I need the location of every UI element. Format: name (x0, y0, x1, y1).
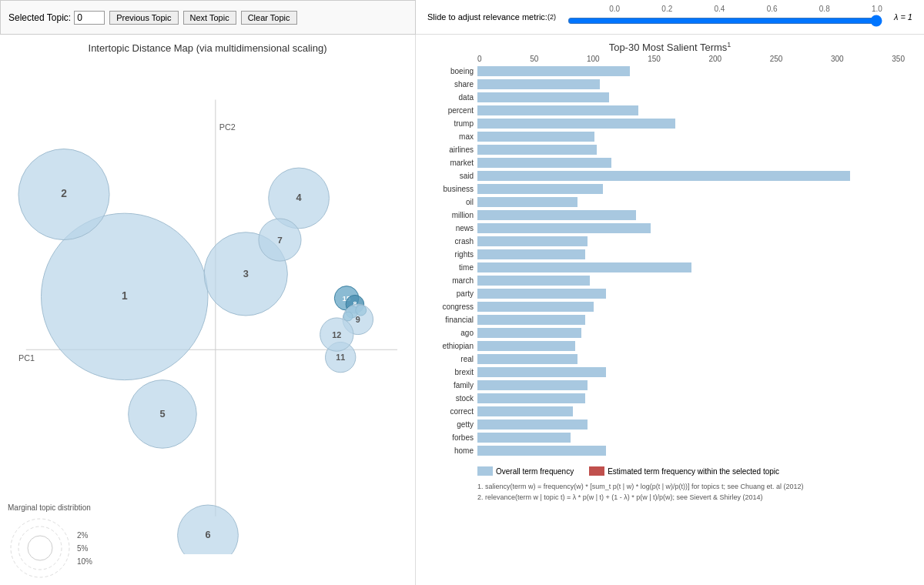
x-tick: 150 (648, 55, 661, 63)
svg-point-3 (18, 526, 62, 570)
bar-row: rights (477, 249, 905, 260)
svg-point-4 (28, 536, 52, 560)
relevance-slider[interactable] (567, 15, 882, 27)
term-label: airlines (427, 145, 477, 154)
tick-1: 0.2 (661, 5, 672, 13)
bar-overall (477, 380, 588, 390)
bar-wrapper (477, 446, 905, 456)
term-label: stock (427, 394, 477, 403)
bar-overall (477, 420, 588, 430)
bar-row: ago (477, 327, 905, 339)
term-label: ago (427, 329, 477, 337)
bars-container: boeingsharedatapercenttrumpmaxairlinesma… (477, 65, 905, 456)
bar-wrapper (477, 406, 905, 416)
term-label: real (427, 355, 477, 363)
bubble-label-2: 2 (61, 188, 67, 199)
term-label: forbes (427, 433, 477, 442)
bar-wrapper (477, 433, 905, 443)
bar-overall (477, 119, 675, 129)
clear-topic-button[interactable]: Clear Topic (241, 11, 297, 25)
bar-row: business (477, 183, 905, 195)
bar-overall (477, 66, 630, 76)
marginal-area: Marginal topic distribtion 2% 5% 10% (8, 503, 146, 581)
bar-overall (477, 236, 588, 246)
bar-overall (477, 197, 578, 207)
bar-row: getty (477, 419, 905, 430)
pie-chart (8, 516, 73, 581)
bubble-label-7: 7 (277, 235, 283, 246)
term-label: home (427, 446, 477, 455)
term-label: trump (427, 119, 477, 128)
bar-wrapper (477, 341, 905, 351)
pc2-label: PC2 (219, 122, 236, 132)
footnotes: 1. saliency(term w) = frequency(w) * [su… (477, 482, 916, 503)
bar-overall (477, 132, 594, 142)
bar-wrapper (477, 223, 905, 233)
x-tick: 0 (477, 55, 482, 63)
chart-title: Top-30 Most Salient Terms1 (424, 35, 916, 55)
legend-overall-color (477, 466, 493, 476)
bar-overall (477, 262, 691, 272)
bubble-label-4: 4 (296, 192, 303, 203)
bar-wrapper (477, 354, 905, 364)
x-tick: 50 (530, 55, 538, 63)
bar-overall (477, 79, 600, 89)
bar-wrapper (477, 302, 905, 312)
term-label: share (427, 80, 477, 89)
bar-overall (477, 406, 573, 416)
bar-wrapper (477, 393, 905, 403)
bar-row: brexit (477, 366, 905, 378)
term-label: rights (427, 250, 477, 259)
bar-overall (477, 184, 603, 194)
term-label: oil (427, 198, 477, 206)
term-label: ethiopian (427, 342, 477, 350)
bar-wrapper (477, 380, 905, 390)
bar-row: home (477, 445, 905, 456)
bar-overall (477, 302, 594, 312)
bubble-label-11: 11 (336, 353, 345, 362)
legend-topic-label: Estimated term frequency within the sele… (608, 467, 779, 476)
bar-row: correct (477, 406, 905, 417)
left-panel: Intertopic Distance Map (via multidimens… (0, 35, 416, 585)
bar-overall (477, 341, 575, 351)
bar-overall (477, 328, 581, 338)
marginal-title: Marginal topic distribtion (8, 503, 146, 512)
bar-overall (477, 92, 609, 102)
bar-row: boeing (477, 65, 905, 77)
term-label: brexit (427, 368, 477, 376)
legend-topic-color (589, 466, 604, 476)
right-panel: Top-30 Most Salient Terms1 0501001502002… (416, 35, 924, 585)
term-label: getty (427, 420, 477, 429)
selected-topic-input[interactable] (74, 11, 105, 25)
bar-row: party (477, 288, 905, 299)
tick-0: 0.0 (609, 5, 620, 13)
prev-topic-button[interactable]: Previous Topic (109, 11, 178, 25)
bar-wrapper (477, 92, 905, 102)
x-tick: 300 (831, 55, 844, 63)
bubble-label-5: 5 (159, 408, 165, 420)
bar-row: said (477, 170, 905, 182)
bar-wrapper (477, 236, 905, 246)
intertopic-title: Intertopic Distance Map (via multidimens… (0, 35, 415, 58)
bar-wrapper (477, 197, 905, 207)
next-topic-button[interactable]: Next Topic (183, 11, 236, 25)
bar-row: market (477, 157, 905, 169)
bar-row: real (477, 353, 905, 365)
tick-4: 0.8 (819, 5, 830, 13)
bubble-label-3: 3 (243, 268, 249, 279)
bar-overall (477, 276, 590, 286)
term-label: news (427, 224, 477, 232)
main-layout: Intertopic Distance Map (via multidimens… (0, 35, 924, 585)
bar-overall (477, 249, 585, 259)
bar-wrapper (477, 262, 905, 272)
relevance-footnote: (2) (547, 13, 556, 21)
bar-row: news (477, 222, 905, 234)
x-tick: 250 (770, 55, 783, 63)
term-label: crash (427, 237, 477, 246)
footnote-2: 2. relevance(term w | topic t) = λ * p(w… (477, 493, 916, 503)
bar-row: family (477, 379, 905, 391)
bar-overall (477, 367, 606, 377)
bar-overall (477, 210, 636, 220)
term-label: max (427, 132, 477, 141)
bar-wrapper (477, 158, 905, 168)
